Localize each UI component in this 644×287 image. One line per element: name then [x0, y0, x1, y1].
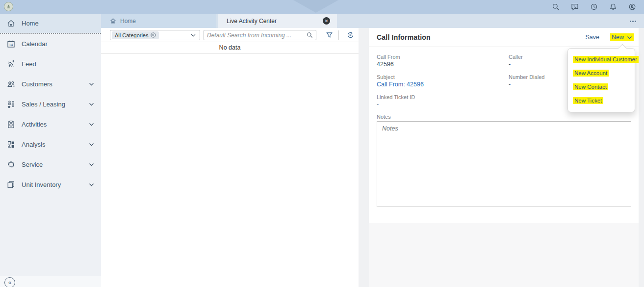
right-edge-gutter [639, 28, 644, 287]
field-value: - [377, 101, 509, 108]
analysis-icon [7, 140, 15, 149]
tab-live-activity-center[interactable]: Live Activity Center ✕ [218, 14, 337, 28]
notes-section: Notes [369, 108, 639, 209]
navigation-sidebar: Home 14 Calendar Feed Customers Sales / … [0, 14, 101, 287]
sidebar-item-label: Home [22, 20, 94, 27]
reset-filters-icon[interactable] [345, 30, 355, 40]
sidebar-item-label: Calendar [22, 40, 94, 48]
chevron-down-icon [89, 182, 94, 187]
sidebar-item-customers[interactable]: Customers [0, 74, 101, 94]
chevron-down-icon [89, 81, 94, 87]
search-field [204, 30, 316, 40]
company-logo [4, 2, 13, 11]
notifications-bell-icon[interactable] [609, 3, 617, 11]
close-tab-icon[interactable]: ✕ [323, 17, 330, 25]
live-activity-phone-icon[interactable] [571, 3, 579, 11]
tab-home[interactable]: Home [101, 14, 216, 28]
feed-icon [7, 60, 15, 68]
shell-top-bar [0, 0, 644, 14]
chevron-down-icon [89, 122, 94, 127]
profile-avatar-icon[interactable] [628, 3, 636, 11]
unit-inventory-icon [7, 181, 15, 189]
tab-label: Live Activity Center [227, 18, 277, 25]
sidebar-item-analysis[interactable]: Analysis [0, 134, 101, 155]
field-label: Linked Ticket ID [377, 94, 509, 100]
sidebar-item-label: Unit Inventory [22, 181, 89, 188]
panel-header: Call Information Save New [369, 28, 639, 47]
history-clock-icon[interactable] [590, 3, 598, 11]
filter-bar: All Categories [101, 28, 359, 42]
field-value: 42596 [377, 61, 509, 68]
remove-token-icon[interactable] [151, 32, 156, 38]
new-dropdown-menu: New Individual Customer New Account New … [567, 48, 635, 112]
svg-text:14: 14 [9, 43, 13, 47]
panel-actions: Save New [585, 33, 634, 41]
tab-strip: Home Live Activity Center ✕ [101, 14, 644, 28]
home-icon [7, 19, 15, 27]
activity-list-section: All Categories No data [101, 28, 359, 287]
panel-gutter [359, 28, 369, 287]
sidebar-item-service[interactable]: Service [0, 155, 101, 175]
new-button[interactable]: New [610, 33, 634, 41]
category-select[interactable]: All Categories [110, 30, 200, 40]
sidebar-item-sales-leasing[interactable]: Sales / Leasing [0, 94, 101, 114]
menu-item-new-account[interactable]: New Account [568, 66, 635, 80]
sidebar-item-activities[interactable]: Activities [0, 114, 101, 134]
sailboat-logo-icon [6, 4, 11, 9]
search-icon[interactable] [307, 32, 313, 38]
filter-funnel-icon[interactable] [324, 30, 334, 40]
subject-link[interactable]: Call From: 42596 [377, 81, 509, 88]
menu-item-label: New Contact [573, 83, 608, 90]
search-icon[interactable] [552, 3, 560, 11]
panel-title: Call Information [377, 33, 431, 41]
sidebar-item-label: Sales / Leasing [22, 101, 89, 108]
notes-textarea[interactable] [377, 121, 631, 207]
menu-item-label: New Account [573, 70, 609, 77]
field-subject: Subject Call From: 42596 [377, 74, 509, 88]
home-icon [110, 18, 116, 24]
no-data-text: No data [219, 44, 241, 51]
customers-icon [7, 80, 15, 88]
collapse-sidebar-icon[interactable]: « [4, 277, 15, 287]
calendar-icon: 14 [7, 40, 15, 48]
field-label: Subject [377, 74, 509, 80]
sidebar-item-label: Customers [22, 80, 89, 88]
menu-item-new-ticket[interactable]: New Ticket [568, 94, 635, 107]
field-call-from: Call From 42596 [377, 54, 509, 68]
search-input[interactable] [207, 32, 307, 39]
category-token[interactable]: All Categories [112, 31, 159, 39]
activities-icon [7, 120, 15, 129]
sidebar-item-label: Activities [22, 121, 89, 128]
sidebar-item-unit-inventory[interactable]: Unit Inventory [0, 175, 101, 195]
sidebar-item-home[interactable]: Home [0, 14, 101, 33]
sidebar-item-label: Service [22, 161, 89, 168]
filter-bar-divider [338, 30, 339, 40]
topbar-icon-group [552, 0, 636, 14]
topbar-chevron-decoration [293, 0, 338, 13]
save-button[interactable]: Save [585, 34, 599, 41]
sales-leasing-icon [7, 100, 15, 108]
new-button-label: New [612, 34, 624, 41]
service-icon [7, 160, 15, 169]
chevron-down-icon [89, 102, 94, 107]
sidebar-item-label: Feed [22, 60, 94, 68]
overflow-ellipsis-icon[interactable] [627, 18, 638, 25]
chevron-down-icon[interactable] [190, 32, 196, 38]
chevron-down-icon [627, 35, 632, 40]
sidebar-item-calendar[interactable]: 14 Calendar [0, 34, 101, 54]
field-linked-ticket-id: Linked Ticket ID - [377, 94, 509, 108]
sidebar-item-label: Analysis [22, 141, 89, 148]
category-token-label: All Categories [115, 32, 148, 38]
empty-list-row: No data [101, 42, 359, 53]
chevron-down-icon [89, 162, 94, 167]
menu-item-new-individual-customer[interactable]: New Individual Customer [568, 52, 635, 66]
field-label: Call From [377, 54, 509, 60]
sidebar-item-feed[interactable]: Feed [0, 54, 101, 74]
notes-label: Notes [377, 114, 631, 120]
menu-item-new-contact[interactable]: New Contact [568, 80, 635, 94]
menu-item-label: New Individual Customer [573, 56, 639, 63]
tab-label: Home [120, 18, 136, 25]
menu-item-label: New Ticket [573, 97, 603, 104]
chevron-down-icon [89, 142, 94, 147]
